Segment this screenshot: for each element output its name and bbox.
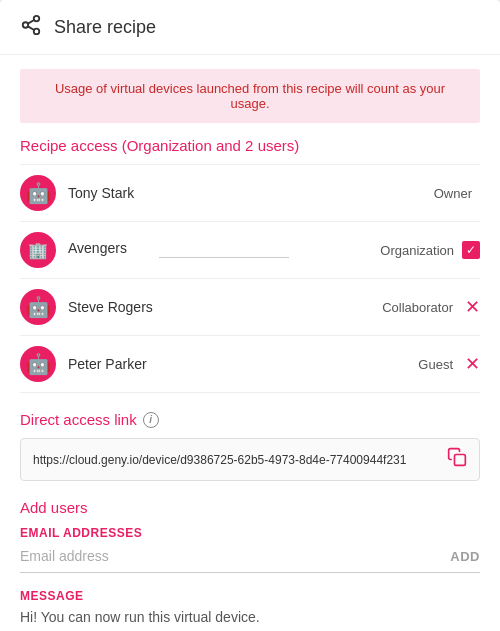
dialog-header: Share recipe: [0, 0, 500, 55]
user-role: Owner: [434, 186, 472, 201]
svg-line-3: [28, 26, 34, 30]
remove-user-button[interactable]: ✕: [465, 355, 480, 373]
user-name: Steve Rogers: [68, 299, 382, 315]
user-name: Avengers: [68, 240, 127, 256]
info-icon: i: [143, 412, 159, 428]
message-textarea[interactable]: [20, 609, 480, 631]
direct-link-section: Direct access link i https://cloud.geny.…: [20, 411, 480, 481]
org-icon: 🏢: [28, 241, 48, 260]
access-section-title: Recipe access (Organization and 2 users): [20, 137, 480, 154]
robot-icon: 🤖: [26, 354, 51, 374]
table-row: 🏢 Avengers Organization ✓: [20, 222, 480, 279]
dialog-title: Share recipe: [54, 17, 156, 38]
organization-checkbox[interactable]: ✓: [462, 241, 480, 259]
table-row: 🤖 Peter Parker Guest ✕: [20, 336, 480, 393]
add-users-section: Add users Email addresses ADD Message 50…: [20, 499, 480, 631]
avatar: 🤖: [20, 346, 56, 382]
user-list: 🤖 Tony Stark Owner 🏢 Avengers Organizati…: [20, 164, 480, 393]
share-icon: [20, 14, 42, 40]
table-row: 🤖 Steve Rogers Collaborator ✕: [20, 279, 480, 336]
svg-line-4: [28, 20, 34, 24]
share-recipe-dialog: Share recipe Usage of virtual devices la…: [0, 0, 500, 631]
user-role: Collaborator: [382, 300, 453, 315]
add-email-button[interactable]: ADD: [442, 545, 480, 568]
warning-banner: Usage of virtual devices launched from t…: [20, 69, 480, 123]
table-row: 🤖 Tony Stark Owner: [20, 165, 480, 222]
email-label: Email addresses: [20, 526, 480, 540]
robot-icon: 🤖: [26, 297, 51, 317]
add-users-title: Add users: [20, 499, 480, 516]
dialog-body: Usage of virtual devices launched from t…: [0, 55, 500, 631]
avatar: 🤖: [20, 289, 56, 325]
remove-user-button[interactable]: ✕: [465, 298, 480, 316]
avatar: 🏢: [20, 232, 56, 268]
user-role: Guest: [418, 357, 453, 372]
robot-icon: 🤖: [26, 183, 51, 203]
email-input[interactable]: [20, 544, 442, 568]
user-role: Organization: [380, 243, 454, 258]
svg-rect-5: [455, 455, 466, 466]
message-section: Message 500: [20, 589, 480, 631]
link-box: https://cloud.geny.io/device/d9386725-62…: [20, 438, 480, 481]
avatar: 🤖: [20, 175, 56, 211]
copy-icon[interactable]: [447, 447, 467, 472]
direct-link-label: Direct access link i: [20, 411, 480, 428]
email-input-row: ADD: [20, 544, 480, 573]
user-name: Peter Parker: [68, 356, 418, 372]
direct-link-url: https://cloud.geny.io/device/d9386725-62…: [33, 453, 447, 467]
direct-link-title: Direct access link: [20, 411, 137, 428]
message-label: Message: [20, 589, 480, 603]
user-name: Tony Stark: [68, 185, 434, 201]
